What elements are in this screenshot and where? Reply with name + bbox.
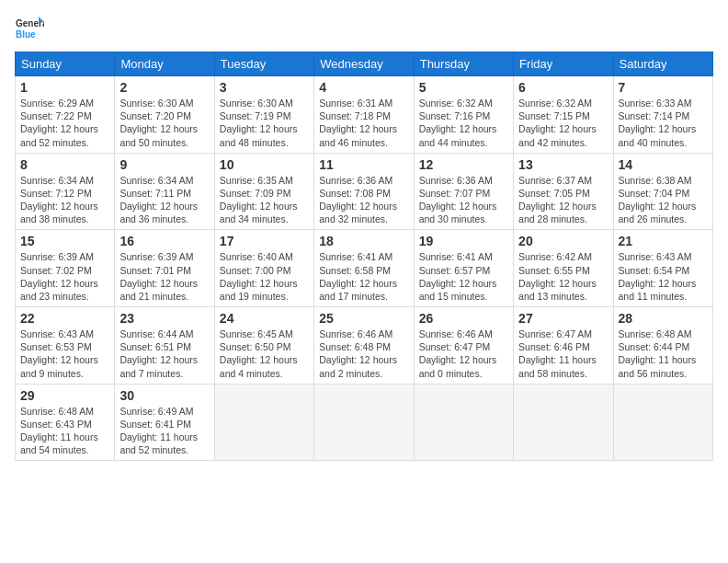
- calendar-cell: 30Sunrise: 6:49 AM Sunset: 6:41 PM Dayli…: [115, 384, 214, 461]
- calendar-week-row: 1Sunrise: 6:29 AM Sunset: 7:22 PM Daylig…: [16, 76, 713, 154]
- calendar-cell: 15Sunrise: 6:39 AM Sunset: 7:02 PM Dayli…: [16, 230, 115, 307]
- day-number: 2: [119, 80, 209, 95]
- logo: General Blue: [15, 15, 44, 44]
- day-info: Sunrise: 6:46 AM Sunset: 6:48 PM Dayligh…: [319, 327, 408, 380]
- day-number: 20: [518, 234, 608, 248]
- calendar-cell: 24Sunrise: 6:45 AM Sunset: 6:50 PM Dayli…: [214, 307, 313, 385]
- calendar-cell: 18Sunrise: 6:41 AM Sunset: 6:58 PM Dayli…: [314, 230, 414, 307]
- header: General Blue: [15, 15, 713, 44]
- calendar-weekday-friday: Friday: [514, 52, 613, 76]
- day-info: Sunrise: 6:34 AM Sunset: 7:11 PM Dayligh…: [119, 174, 209, 226]
- calendar-cell: 26Sunrise: 6:46 AM Sunset: 6:47 PM Dayli…: [414, 307, 513, 385]
- calendar-header-row: SundayMondayTuesdayWednesdayThursdayFrid…: [16, 52, 713, 76]
- day-info: Sunrise: 6:35 AM Sunset: 7:09 PM Dayligh…: [220, 174, 309, 226]
- day-info: Sunrise: 6:48 AM Sunset: 6:43 PM Dayligh…: [20, 405, 109, 457]
- calendar-week-row: 22Sunrise: 6:43 AM Sunset: 6:53 PM Dayli…: [16, 307, 713, 385]
- day-number: 19: [419, 234, 508, 248]
- day-info: Sunrise: 6:41 AM Sunset: 6:57 PM Dayligh…: [419, 250, 508, 303]
- calendar-cell: 28Sunrise: 6:48 AM Sunset: 6:44 PM Dayli…: [613, 307, 712, 385]
- calendar-cell: 14Sunrise: 6:38 AM Sunset: 7:04 PM Dayli…: [613, 153, 712, 230]
- calendar-cell: 20Sunrise: 6:42 AM Sunset: 6:55 PM Dayli…: [514, 230, 613, 307]
- day-info: Sunrise: 6:30 AM Sunset: 7:19 PM Dayligh…: [220, 97, 309, 149]
- day-number: 30: [119, 388, 209, 403]
- day-number: 12: [419, 157, 508, 172]
- day-number: 25: [319, 311, 408, 326]
- calendar-weekday-wednesday: Wednesday: [314, 52, 414, 76]
- calendar-cell: 11Sunrise: 6:36 AM Sunset: 7:08 PM Dayli…: [314, 153, 414, 230]
- day-info: Sunrise: 6:48 AM Sunset: 6:44 PM Dayligh…: [619, 327, 708, 380]
- calendar-cell: 23Sunrise: 6:44 AM Sunset: 6:51 PM Dayli…: [115, 307, 214, 385]
- day-info: Sunrise: 6:44 AM Sunset: 6:51 PM Dayligh…: [119, 327, 209, 380]
- logo-svg: General Blue: [15, 15, 44, 44]
- calendar-cell: 6Sunrise: 6:32 AM Sunset: 7:15 PM Daylig…: [514, 76, 613, 154]
- day-info: Sunrise: 6:32 AM Sunset: 7:16 PM Dayligh…: [419, 97, 508, 149]
- day-number: 23: [119, 311, 209, 326]
- calendar-weekday-thursday: Thursday: [414, 52, 513, 76]
- calendar-cell: 25Sunrise: 6:46 AM Sunset: 6:48 PM Dayli…: [314, 307, 414, 385]
- day-info: Sunrise: 6:33 AM Sunset: 7:14 PM Dayligh…: [619, 97, 708, 149]
- day-info: Sunrise: 6:39 AM Sunset: 7:01 PM Dayligh…: [119, 250, 209, 303]
- calendar-cell: [214, 384, 313, 461]
- day-number: 26: [419, 311, 508, 326]
- calendar-cell: [613, 384, 712, 461]
- svg-text:Blue: Blue: [16, 29, 36, 40]
- calendar-cell: 22Sunrise: 6:43 AM Sunset: 6:53 PM Dayli…: [16, 307, 115, 385]
- calendar-cell: 17Sunrise: 6:40 AM Sunset: 7:00 PM Dayli…: [214, 230, 313, 307]
- calendar-cell: 29Sunrise: 6:48 AM Sunset: 6:43 PM Dayli…: [16, 384, 115, 461]
- day-info: Sunrise: 6:38 AM Sunset: 7:04 PM Dayligh…: [619, 174, 708, 226]
- day-info: Sunrise: 6:30 AM Sunset: 7:20 PM Dayligh…: [119, 97, 209, 149]
- calendar-cell: 1Sunrise: 6:29 AM Sunset: 7:22 PM Daylig…: [16, 76, 115, 154]
- day-info: Sunrise: 6:32 AM Sunset: 7:15 PM Dayligh…: [518, 97, 608, 149]
- calendar-weekday-tuesday: Tuesday: [214, 52, 313, 76]
- day-info: Sunrise: 6:37 AM Sunset: 7:05 PM Dayligh…: [518, 174, 608, 226]
- calendar-cell: 21Sunrise: 6:43 AM Sunset: 6:54 PM Dayli…: [613, 230, 712, 307]
- day-number: 7: [619, 80, 708, 95]
- calendar-weekday-sunday: Sunday: [16, 52, 115, 76]
- calendar-cell: [314, 384, 414, 461]
- page: General Blue SundayMondayTuesdayWednesda…: [0, 0, 728, 563]
- day-info: Sunrise: 6:39 AM Sunset: 7:02 PM Dayligh…: [20, 250, 109, 303]
- day-number: 28: [619, 311, 708, 326]
- calendar-cell: 16Sunrise: 6:39 AM Sunset: 7:01 PM Dayli…: [115, 230, 214, 307]
- day-info: Sunrise: 6:49 AM Sunset: 6:41 PM Dayligh…: [119, 405, 209, 457]
- calendar-cell: 13Sunrise: 6:37 AM Sunset: 7:05 PM Dayli…: [514, 153, 613, 230]
- calendar-cell: 10Sunrise: 6:35 AM Sunset: 7:09 PM Dayli…: [214, 153, 313, 230]
- day-info: Sunrise: 6:31 AM Sunset: 7:18 PM Dayligh…: [319, 97, 408, 149]
- calendar-week-row: 15Sunrise: 6:39 AM Sunset: 7:02 PM Dayli…: [16, 230, 713, 307]
- day-number: 13: [518, 157, 608, 172]
- day-info: Sunrise: 6:45 AM Sunset: 6:50 PM Dayligh…: [220, 327, 309, 380]
- calendar-week-row: 29Sunrise: 6:48 AM Sunset: 6:43 PM Dayli…: [16, 384, 713, 461]
- day-number: 10: [220, 157, 309, 172]
- day-number: 1: [20, 80, 109, 95]
- day-number: 11: [319, 157, 408, 172]
- day-number: 17: [220, 234, 309, 248]
- day-info: Sunrise: 6:29 AM Sunset: 7:22 PM Dayligh…: [20, 97, 109, 149]
- day-number: 29: [20, 388, 109, 403]
- day-info: Sunrise: 6:36 AM Sunset: 7:08 PM Dayligh…: [319, 174, 408, 226]
- day-info: Sunrise: 6:47 AM Sunset: 6:46 PM Dayligh…: [518, 327, 608, 380]
- day-number: 24: [220, 311, 309, 326]
- calendar-table: SundayMondayTuesdayWednesdayThursdayFrid…: [15, 52, 713, 461]
- day-info: Sunrise: 6:41 AM Sunset: 6:58 PM Dayligh…: [319, 250, 408, 303]
- day-number: 21: [619, 234, 708, 248]
- day-number: 22: [20, 311, 109, 326]
- calendar-cell: 12Sunrise: 6:36 AM Sunset: 7:07 PM Dayli…: [414, 153, 513, 230]
- day-info: Sunrise: 6:43 AM Sunset: 6:54 PM Dayligh…: [619, 250, 708, 303]
- day-number: 5: [419, 80, 508, 95]
- calendar-week-row: 8Sunrise: 6:34 AM Sunset: 7:12 PM Daylig…: [16, 153, 713, 230]
- day-info: Sunrise: 6:43 AM Sunset: 6:53 PM Dayligh…: [20, 327, 109, 380]
- calendar-cell: 8Sunrise: 6:34 AM Sunset: 7:12 PM Daylig…: [16, 153, 115, 230]
- day-number: 27: [518, 311, 608, 326]
- day-info: Sunrise: 6:36 AM Sunset: 7:07 PM Dayligh…: [419, 174, 508, 226]
- day-info: Sunrise: 6:42 AM Sunset: 6:55 PM Dayligh…: [518, 250, 608, 303]
- day-info: Sunrise: 6:40 AM Sunset: 7:00 PM Dayligh…: [220, 250, 309, 303]
- day-number: 14: [619, 157, 708, 172]
- calendar-cell: 7Sunrise: 6:33 AM Sunset: 7:14 PM Daylig…: [613, 76, 712, 154]
- day-number: 15: [20, 234, 109, 248]
- day-info: Sunrise: 6:34 AM Sunset: 7:12 PM Dayligh…: [20, 174, 109, 226]
- calendar-cell: 27Sunrise: 6:47 AM Sunset: 6:46 PM Dayli…: [514, 307, 613, 385]
- calendar-cell: 5Sunrise: 6:32 AM Sunset: 7:16 PM Daylig…: [414, 76, 513, 154]
- calendar-weekday-monday: Monday: [115, 52, 214, 76]
- day-number: 6: [518, 80, 608, 95]
- day-number: 9: [119, 157, 209, 172]
